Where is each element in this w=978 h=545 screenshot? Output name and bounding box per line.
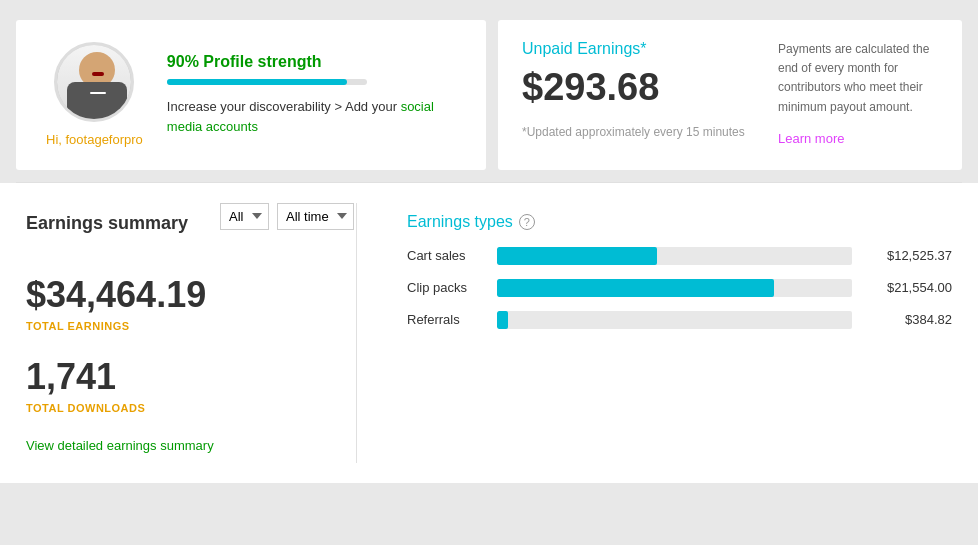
totals-section: $34,464.19 TOTAL EARNINGS 1,741 TOTAL DO…	[26, 274, 306, 414]
earnings-row: Referrals$384.82	[407, 311, 952, 329]
filter-time-select[interactable]: All time	[277, 203, 354, 230]
unpaid-main: Unpaid Earnings* $293.68 *Updated approx…	[522, 40, 758, 150]
bar-fill	[497, 311, 508, 329]
right-panel: Earnings types ? Cart sales$12,525.37Cli…	[397, 203, 962, 463]
unpaid-amount: $293.68	[522, 66, 758, 109]
discoverability-text: Increase your discoverability > Add your…	[167, 97, 456, 136]
earnings-row: Cart sales$12,525.37	[407, 247, 952, 265]
unpaid-earnings-card: Unpaid Earnings* $293.68 *Updated approx…	[498, 20, 962, 170]
unpaid-title: Unpaid Earnings*	[522, 40, 758, 58]
bar-fill	[497, 279, 774, 297]
payments-info-text: Payments are calculated the end of every…	[778, 42, 929, 114]
profile-strength: 90% Profile strength Increase your disco…	[167, 53, 456, 136]
learn-more-link[interactable]: Learn more	[778, 129, 938, 150]
earnings-types-title: Earnings types	[407, 213, 513, 231]
left-panel: Earnings summary $34,464.19 TOTAL EARNIN…	[16, 203, 316, 463]
greeting-text: Hi, footageforpro	[46, 132, 143, 147]
strength-label: 90% Profile strength	[167, 53, 456, 71]
bar-container	[497, 311, 852, 329]
main-section: All All time Earnings summary $34,464.19…	[0, 183, 978, 483]
filter-all-select[interactable]: All	[220, 203, 269, 230]
discoverability-label: Increase your discoverability > Add your	[167, 99, 397, 114]
bar-container	[497, 247, 852, 265]
earnings-row-label: Referrals	[407, 312, 487, 327]
strength-bar-fill	[167, 79, 347, 85]
earnings-rows-container: Cart sales$12,525.37Clip packs$21,554.00…	[407, 247, 952, 329]
info-icon[interactable]: ?	[519, 214, 535, 230]
total-earnings-value: $34,464.19	[26, 274, 306, 316]
strength-bar-background	[167, 79, 367, 85]
avatar	[54, 42, 134, 122]
profile-card: Hi, footageforpro 90% Profile strength I…	[16, 20, 486, 170]
total-downloads-label: TOTAL DOWNLOADS	[26, 402, 306, 414]
unpaid-note: *Updated approximately every 15 minutes	[522, 125, 758, 139]
earnings-row-label: Cart sales	[407, 248, 487, 263]
total-downloads-value: 1,741	[26, 356, 306, 398]
avatar-section: Hi, footageforpro	[46, 42, 143, 147]
earnings-row-amount: $384.82	[862, 312, 952, 327]
earnings-row-amount: $21,554.00	[862, 280, 952, 295]
vertical-divider	[356, 203, 357, 463]
total-earnings-label: TOTAL EARNINGS	[26, 320, 306, 332]
earnings-row: Clip packs$21,554.00	[407, 279, 952, 297]
payments-note: Payments are calculated the end of every…	[778, 40, 938, 150]
earnings-row-amount: $12,525.37	[862, 248, 952, 263]
bar-container	[497, 279, 852, 297]
earnings-row-label: Clip packs	[407, 280, 487, 295]
bar-fill	[497, 247, 657, 265]
earnings-types-header: Earnings types ?	[407, 213, 952, 231]
filter-container: All All time	[220, 203, 354, 230]
view-detailed-link[interactable]: View detailed earnings summary	[26, 438, 214, 453]
